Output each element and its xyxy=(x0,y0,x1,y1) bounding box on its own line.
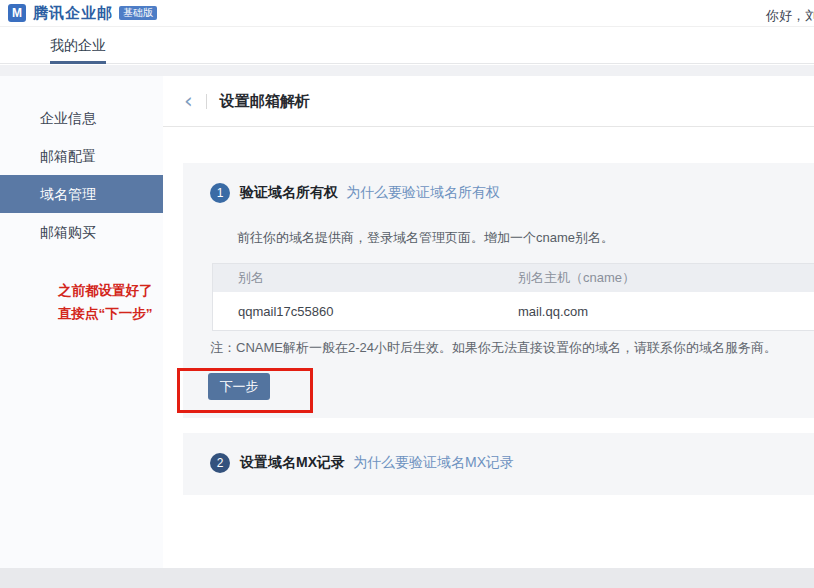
back-button chevron-left-icon[interactable]: ‹ xyxy=(184,92,193,110)
cname-table-header-row: 别名 别名主机（cname） xyxy=(213,264,814,292)
primary-nav: 我的企业 xyxy=(0,28,814,64)
tab-my-company[interactable]: 我的企业 xyxy=(50,28,106,64)
step2-why-link[interactable]: 为什么要验证域名MX记录 xyxy=(353,454,514,472)
app-window: M 腾讯企业邮 基础版 你好，刘 我的企业 企业信息 邮箱配置 域名管理 邮箱购… xyxy=(0,0,814,588)
header-divider-strip xyxy=(0,65,814,76)
exmail-logo-icon: M xyxy=(8,4,26,22)
cell-alias-value: qqmail17c55860 xyxy=(213,304,518,319)
header-divider xyxy=(206,94,207,109)
annotation-note-line2: 直接点“下一步” xyxy=(58,302,153,325)
footer-bar xyxy=(0,568,814,588)
step1-header: 1 验证域名所有权 为什么要验证域名所有权 xyxy=(210,183,814,203)
step2-section: 2 设置域名MX记录 为什么要验证域名MX记录 xyxy=(183,433,814,495)
sidebar-item-mail-config[interactable]: 邮箱配置 xyxy=(0,137,163,175)
sidebar-item-mail-purchase[interactable]: 邮箱购买 xyxy=(0,213,163,251)
annotation-note: 之前都设置好了 直接点“下一步” xyxy=(58,279,153,325)
step1-number-badge: 1 xyxy=(210,183,230,203)
cname-table: 别名 别名主机（cname） qqmail17c55860 mail.qq.co… xyxy=(212,263,814,331)
step2-title: 设置域名MX记录 xyxy=(240,454,345,472)
page-title: 设置邮箱解析 xyxy=(220,92,310,111)
topbar: M 腾讯企业邮 基础版 你好，刘 xyxy=(0,0,814,27)
sidebar: 企业信息 邮箱配置 域名管理 邮箱购买 之前都设置好了 直接点“下一步” xyxy=(0,76,163,568)
sidebar-item-domain-management[interactable]: 域名管理 xyxy=(0,175,163,213)
page-header: ‹ 设置邮箱解析 xyxy=(163,76,814,127)
brand[interactable]: M 腾讯企业邮 基础版 xyxy=(8,4,157,23)
step2-header: 2 设置域名MX记录 为什么要验证域名MX记录 xyxy=(210,453,814,473)
annotation-note-line1: 之前都设置好了 xyxy=(58,279,153,302)
cname-note: 注：CNAME解析一般在2-24小时后生效。如果你无法直接设置你的域名，请联系你… xyxy=(210,339,814,357)
step1-section: 1 验证域名所有权 为什么要验证域名所有权 前往你的域名提供商，登录域名管理页面… xyxy=(183,163,814,418)
content-area: 企业信息 邮箱配置 域名管理 邮箱购买 之前都设置好了 直接点“下一步” ‹ 设… xyxy=(0,76,814,568)
step1-description: 前往你的域名提供商，登录域名管理页面。增加一个cname别名。 xyxy=(237,229,814,247)
user-greeting: 你好，刘 xyxy=(766,7,814,25)
cell-cname-host-value: mail.qq.com xyxy=(518,304,814,319)
step1-why-link[interactable]: 为什么要验证域名所有权 xyxy=(346,184,500,202)
main-panel: ‹ 设置邮箱解析 1 验证域名所有权 为什么要验证域名所有权 前往你的域名提供商… xyxy=(163,76,814,568)
brand-name: 腾讯企业邮 xyxy=(33,4,113,23)
table-row: qqmail17c55860 mail.qq.com xyxy=(213,292,814,330)
next-step-button[interactable]: 下一步 xyxy=(208,373,270,400)
step2-number-badge: 2 xyxy=(210,453,230,473)
column-header-alias: 别名 xyxy=(213,269,518,287)
edition-badge: 基础版 xyxy=(119,6,157,20)
column-header-cname-host: 别名主机（cname） xyxy=(518,269,814,287)
sidebar-item-company-info[interactable]: 企业信息 xyxy=(0,99,163,137)
step1-title: 验证域名所有权 xyxy=(240,184,338,202)
